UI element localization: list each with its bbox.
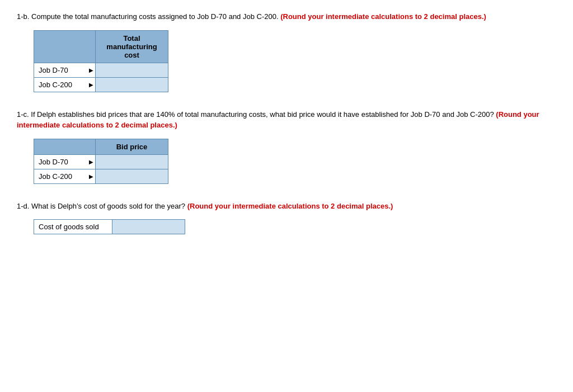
table-1b-empty-header	[34, 30, 96, 63]
table-row: Cost of goods sold	[34, 220, 185, 234]
question-1d-main: What is Delph’s cost of goods sold for t…	[29, 202, 187, 210]
question-1b-and: and	[229, 12, 241, 21]
question-1c-and: and	[442, 110, 454, 119]
job-c200-input-1b-cell	[96, 77, 168, 92]
table-1c: Bid price Job D-70 Job C-200	[34, 139, 168, 184]
table-row: Job D-70	[34, 63, 168, 77]
table-row: Job D-70	[34, 154, 168, 169]
question-1c-prefix: 1-c.	[17, 110, 29, 119]
job-d70-input-1b-cell	[96, 63, 168, 77]
question-1b-prefix: 1-b.	[17, 12, 29, 21]
section-1c: 1-c. If Delph establishes bid prices tha…	[17, 109, 556, 184]
question-1d-text: 1-d. What is Delph’s cost of goods sold …	[17, 201, 556, 212]
job-c200-input-1c-cell	[96, 169, 168, 183]
table-1b-header: Totalmanufacturingcost	[96, 30, 168, 63]
question-1d-prefix: 1-d.	[17, 202, 29, 210]
job-c200-input-1b[interactable]	[100, 81, 163, 89]
section-1b: 1-b. Compute the total manufacturing cos…	[17, 11, 556, 92]
question-1b-main: Compute the total manufacturing costs as…	[29, 12, 228, 21]
table-1d: Cost of goods sold	[34, 219, 185, 234]
question-1b-text: 1-b. Compute the total manufacturing cos…	[17, 11, 556, 22]
question-1b-highlight: (Round your intermediate calculations to…	[280, 12, 486, 21]
section-1d: 1-d. What is Delph’s cost of goods sold …	[17, 201, 556, 235]
job-d70-input-1c[interactable]	[100, 158, 163, 166]
job-c200-input-1c[interactable]	[100, 172, 163, 181]
table-1c-header: Bid price	[96, 139, 168, 154]
question-1c-main: If Delph establishes bid prices that are…	[29, 110, 443, 119]
job-d70-input-1b[interactable]	[100, 66, 163, 74]
job-c200-label-1c: Job C-200	[34, 169, 96, 183]
table-1c-empty-header	[34, 139, 96, 154]
question-1d-highlight: (Round your intermediate calculations to…	[187, 202, 393, 210]
table-1b: Totalmanufacturingcost Job D-70 Job C-20…	[34, 30, 168, 92]
job-c200-label-1b: Job C-200	[34, 77, 96, 92]
job-d70-label-1b: Job D-70	[34, 63, 96, 77]
table-row: Job C-200	[34, 77, 168, 92]
cost-of-goods-sold-input[interactable]	[117, 223, 180, 231]
question-1b-rest: Job C-200.	[241, 12, 280, 21]
question-1c-text: 1-c. If Delph establishes bid prices tha…	[17, 109, 556, 131]
table-row: Job C-200	[34, 169, 168, 183]
question-1c-rest: Job C-200?	[454, 110, 496, 119]
job-d70-input-1c-cell	[96, 154, 168, 169]
cost-of-goods-sold-label: Cost of goods sold	[34, 220, 112, 234]
job-d70-label-1c: Job D-70	[34, 154, 96, 169]
cost-of-goods-sold-input-cell	[112, 220, 185, 234]
